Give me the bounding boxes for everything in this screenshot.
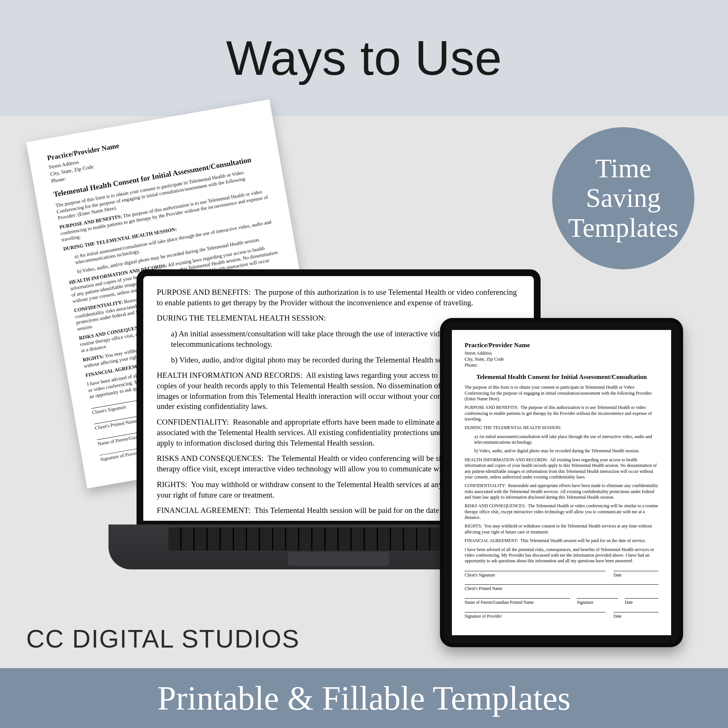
badge-line: Time [595,154,651,183]
signature-line: Client's Signature [465,571,605,578]
badge-line: Templates [568,213,679,243]
section-label: FINANCIAL AGREEMENT: [465,538,518,543]
bottom-bar-text: Printable & Fillable Templates [158,679,570,717]
page-title: Ways to Use [226,30,502,86]
signature-row: Client's Signature Date [465,571,658,578]
during-heading: DURING THE TELEMENTAL HEALTH SESSION: [465,425,658,431]
records-paragraph: HEALTH INFORMATION AND RECORDS: All exis… [465,457,658,480]
product-promo-image: Ways to Use Practice/Provider Name Stree… [0,0,728,728]
signature-line: Signature [577,598,618,605]
provider-address: Street Address City, State, Zip Code Pho… [465,350,658,369]
signature-line: Date [613,571,658,578]
signature-row: Signature of Provider Date [465,612,658,619]
address-line: Street Address [465,350,492,356]
time-saving-badge: Time Saving Templates [552,127,694,269]
section-label: RIGHTS: [465,523,482,529]
laptop-trackpad [288,552,389,566]
signature-line: Date [625,598,658,605]
during-item-b: b) Video, audio, and/or digital photo ma… [465,448,658,454]
risks-paragraph: RISKS AND CONSEQUENCES: The Telemental H… [465,503,658,520]
form-title: Telemental Health Consent for Initial As… [465,373,658,381]
ack-paragraph: I have been advised of all the potential… [465,547,658,564]
section-label: CONFIDENTIALITY: [157,418,229,427]
rights-paragraph: RIGHTS: You may withhold or withdraw con… [465,523,658,535]
signature-line: Name of Parent/Guardian Printed Name [465,598,570,605]
section-label: HEALTH INFORMATION AND RECORDS: [465,457,548,462]
signature-line: Signature of Provider [465,612,605,619]
section-label: PURPOSE AND BENEFITS: [465,405,518,410]
signature-row: Name of Parent/Guardian Printed Name Sig… [465,598,658,605]
intro-paragraph: The purpose of this form is to obtain yo… [465,385,658,402]
purpose-paragraph: PURPOSE AND BENEFITS: The purpose of thi… [157,287,520,308]
brand-name: CC DIGITAL STUDIOS [26,624,300,653]
address-line: Phone: [51,176,66,184]
tablet-mockup: Practice/Provider Name Street Address Ci… [440,318,683,647]
section-label: FINANCIAL AGREEMENT: [157,506,251,515]
signature-row: Client's Printed Name [465,584,658,592]
section-label: RIGHTS: [157,480,187,489]
provider-name-heading: Practice/Provider Name [465,341,658,349]
section-label: PURPOSE AND BENEFITS: [157,288,251,297]
during-item-a: a) An initial assessment/consultation wi… [465,434,658,445]
top-banner: Ways to Use [0,0,728,116]
section-label: HEALTH INFORMATION AND RECORDS: [157,371,303,380]
conf-paragraph: CONFIDENTIALITY: Reasonable and appropri… [465,483,658,500]
address-line: City, State, Zip Code [465,356,504,362]
signature-line: Client's Printed Name [465,584,658,592]
address-line: Phone: [465,362,478,368]
badge-line: Saving [586,183,661,213]
section-label: RISKS AND CONSEQUENCES: [157,454,264,463]
section-label: CONFIDENTIALITY: [465,483,506,488]
purpose-paragraph: PURPOSE AND BENEFITS: The purpose of thi… [465,405,658,422]
tablet-document-view: Practice/Provider Name Street Address Ci… [452,330,671,635]
fin-paragraph: FINANCIAL AGREEMENT: This Telemental Hea… [465,538,658,544]
section-text: You may withhold or withdraw consent to … [465,523,652,534]
section-text: This Telemental Health session will be p… [520,538,646,543]
signature-line: Date [613,612,658,619]
section-label: RISKS AND CONSEQUENCES: [465,503,526,508]
bottom-bar: Printable & Fillable Templates [0,668,728,728]
